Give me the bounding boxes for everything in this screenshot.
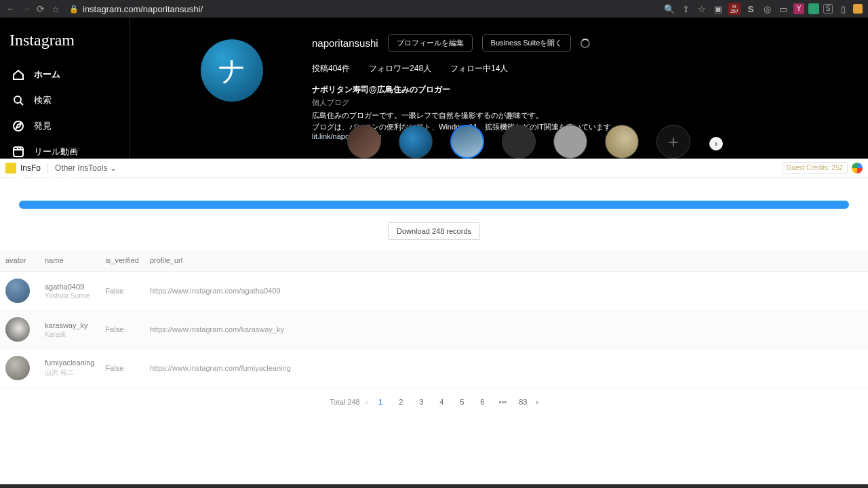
page-2[interactable]: 2 (393, 394, 408, 409)
ext-icon-1[interactable]: ▣ (712, 4, 724, 14)
insfo-toolbar: InsFo Other InsTools ⌄ Guest Credits: 25… (0, 159, 868, 178)
ext-icon-2[interactable]: ◎ (761, 4, 773, 14)
business-suite-button[interactable]: Business Suiteを開く (482, 34, 572, 52)
stat-following[interactable]: フォロー中14人 (450, 63, 508, 75)
reel-icon (12, 146, 24, 158)
page-last[interactable]: 83 (515, 394, 530, 409)
row-url[interactable]: https://www.instagram.com/agatha0409 (144, 272, 868, 310)
table-row: agatha0409Yoshida Sumie False https://ww… (0, 272, 868, 310)
row-displayname: 山沢 裕二 (45, 368, 94, 378)
profile-display-name: ナポリタン寿司@広島住みのブロガー (312, 84, 841, 96)
instagram-profile-header: Instagram ホーム 検索 発見 リール動画 メッセージ ナ napori… (0, 18, 868, 159)
followers-table: avator name is_verified profile_url agat… (0, 249, 868, 388)
page-5[interactable]: 5 (454, 394, 469, 409)
back-icon[interactable]: ← (5, 3, 16, 14)
row-verified: False (100, 272, 144, 310)
results-area: Download 248 records avator name is_veri… (0, 178, 868, 409)
sidebar-item-messages[interactable]: メッセージ (7, 165, 123, 190)
row-avatar-icon (5, 279, 30, 303)
profile-avatar[interactable]: ナ (201, 39, 263, 102)
row-verified: False (100, 310, 144, 349)
url-text: instagram.com/naporitansushi/ (83, 4, 203, 14)
settings-spinner-icon[interactable] (580, 39, 590, 48)
table-row: fumiyacleaning山沢 裕二 False https://www.in… (0, 349, 868, 388)
row-displayname: Yoshida Sumie (45, 292, 94, 300)
col-name: name (39, 249, 100, 272)
lock-icon: 🔒 (69, 5, 79, 14)
page-3[interactable]: 3 (414, 394, 429, 409)
share-icon[interactable]: ⇪ (679, 4, 692, 14)
row-username: karasway_ky (45, 321, 94, 329)
highlight-5[interactable] (553, 125, 587, 159)
col-url: profile_url (144, 249, 868, 272)
sidebar-item-search[interactable]: 検索 (7, 87, 123, 113)
sidebar-item-home[interactable]: ホーム (7, 62, 123, 87)
highlight-6[interactable] (605, 125, 639, 159)
sidebar-item-explore[interactable]: 発見 (7, 113, 123, 139)
row-url[interactable]: https://www.instagram.com/karasway_ky (144, 310, 868, 349)
highlight-1[interactable] (347, 125, 381, 159)
col-verified: is_verified (100, 249, 144, 272)
browser-toolbar: ← → ⟳ ⌂ 🔒 instagram.com/naporitansushi/ … (0, 0, 868, 18)
guest-credits-chip[interactable]: Guest Credits: 252 (782, 162, 848, 174)
download-records-button[interactable]: Download 248 records (388, 222, 480, 240)
reload-icon[interactable]: ⟳ (35, 3, 46, 14)
page-ellipsis: ••• (495, 394, 510, 409)
ext-icon-3[interactable]: ▭ (777, 4, 789, 14)
highlights-next-button[interactable]: › (709, 137, 723, 150)
home-icon[interactable]: ⌂ (50, 3, 61, 14)
page-prev-button[interactable]: ‹ (366, 398, 368, 406)
ext-icon-s[interactable]: S (745, 4, 757, 14)
insfo-ext-badge[interactable]: in257 (728, 3, 741, 15)
forward-icon[interactable]: → (20, 3, 31, 14)
row-avatar-icon (5, 356, 30, 380)
col-avator: avator (0, 249, 39, 272)
ext-icon-4[interactable] (808, 3, 819, 14)
stat-followers[interactable]: フォロワー248人 (369, 63, 431, 75)
row-username: fumiyacleaning (45, 359, 94, 367)
edit-profile-button[interactable]: プロフィールを編集 (388, 34, 473, 52)
pagination-total: Total 248 (330, 398, 360, 406)
compass-icon (12, 120, 24, 132)
row-url[interactable]: https://www.instagram.com/fumiyacleaning (144, 349, 868, 388)
highlight-3[interactable] (450, 125, 484, 159)
page-1[interactable]: 1 (373, 394, 388, 409)
highlight-add[interactable]: + (656, 125, 690, 159)
search-icon (12, 94, 24, 106)
profile-username: naporitansushi (312, 37, 378, 49)
profile-area: ナ naporitansushi プロフィールを編集 Business Suit… (130, 18, 868, 159)
row-avatar-icon (5, 317, 30, 342)
page-next-button[interactable]: › (536, 398, 538, 406)
highlight-4[interactable] (502, 125, 536, 159)
instagram-sidebar: Instagram ホーム 検索 発見 リール動画 メッセージ (0, 18, 130, 159)
zoom-icon[interactable]: 🔍 (663, 4, 675, 14)
sidebar-item-reels[interactable]: リール動画 (7, 139, 123, 165)
highlight-2[interactable] (399, 125, 433, 159)
ext-icon-y[interactable]: Y (793, 3, 804, 14)
ext-icon-5[interactable]: ▯ (837, 4, 849, 14)
message-icon (12, 171, 24, 184)
table-row: karasway_kyKarask False https://www.inst… (0, 310, 868, 349)
taskbar-strip (0, 484, 868, 488)
profile-category: 個人ブログ (312, 98, 841, 108)
instagram-logo[interactable]: Instagram (9, 31, 120, 49)
row-verified: False (100, 349, 144, 388)
row-displayname: Karask (45, 331, 94, 338)
home-icon (12, 68, 24, 81)
ext-icon-s2[interactable]: S (823, 4, 833, 14)
story-highlights: + › (347, 125, 690, 159)
page-6[interactable]: 6 (475, 394, 490, 409)
stat-posts: 投稿404件 (312, 63, 350, 75)
star-icon[interactable]: ☆ (696, 4, 708, 14)
row-username: agatha0409 (45, 283, 94, 291)
profile-bio-line1: 広島住みのブロガーです。一眼レフで自然を撮影するのが趣味です。 (312, 110, 841, 121)
page-4[interactable]: 4 (434, 394, 449, 409)
svg-point-0 (14, 96, 21, 103)
google-account-icon[interactable] (852, 163, 863, 174)
pagination: Total 248 ‹ 1 2 3 4 5 6 ••• 83 › (0, 394, 868, 409)
address-bar[interactable]: 🔒 instagram.com/naporitansushi/ (69, 4, 203, 14)
ext-icon-6[interactable] (853, 4, 863, 14)
progress-bar (19, 201, 849, 209)
